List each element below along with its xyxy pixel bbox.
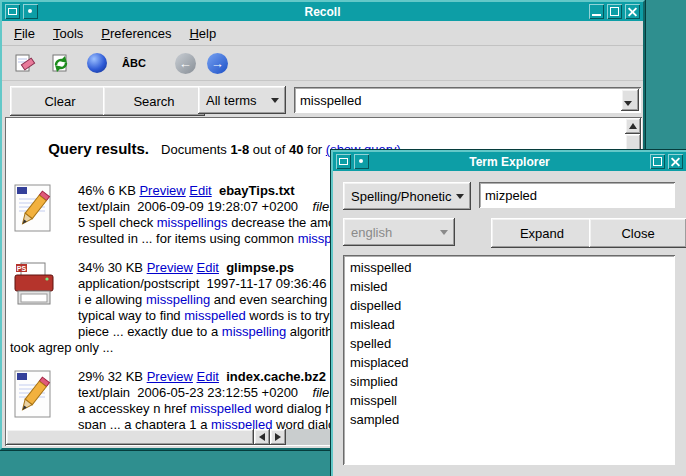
window-menu-icon[interactable]: [336, 154, 351, 169]
highlight-term: misspellings: [157, 215, 228, 230]
expand-button[interactable]: Expand: [491, 218, 593, 248]
term-item[interactable]: misspelled: [343, 258, 675, 277]
result-text: typical way to find: [78, 308, 184, 323]
query-combo-drop-button[interactable]: [621, 89, 639, 111]
clear-search-icon[interactable]: [12, 51, 37, 76]
result-link[interactable]: Edit: [197, 260, 219, 275]
term-explorer-titlebar[interactable]: Term Explorer: [333, 152, 686, 171]
clear-button[interactable]: Clear: [10, 86, 110, 116]
query-combo: [294, 87, 641, 113]
result-link[interactable]: Preview: [139, 183, 185, 198]
results-docs-label: Documents: [161, 142, 230, 157]
svg-text:PS: PS: [17, 265, 27, 272]
start-search-icon[interactable]: [48, 51, 73, 76]
term-input[interactable]: [479, 182, 675, 208]
result-text: span ... a chaptera 1 a: [78, 417, 211, 429]
result-text: text/plain 2006-05-23 23:12:55 +0200: [78, 385, 313, 400]
highlight-term: misspelled: [211, 417, 272, 429]
menu-bar: FileToolsPreferencesHelp: [2, 21, 643, 46]
scroll-up-icon[interactable]: [625, 118, 641, 134]
minimize-icon[interactable]: [589, 4, 604, 19]
result-link[interactable]: Preview: [147, 260, 193, 275]
search-mode-value: All terms: [206, 93, 257, 108]
history-sphere-icon: [87, 53, 107, 73]
menu-help[interactable]: Help: [180, 24, 225, 43]
result-link[interactable]: Edit: [189, 183, 211, 198]
term-item[interactable]: misplaced: [343, 353, 675, 372]
maximize-icon[interactable]: [650, 154, 665, 169]
search-button[interactable]: Search: [103, 86, 205, 116]
sticky-pin-icon[interactable]: [23, 4, 38, 19]
result-text: [212, 183, 219, 198]
term-explorer-title: Term Explorer: [333, 155, 686, 169]
result-text: resulted in ... for items using common: [78, 231, 298, 246]
result-text: 5 spell check: [78, 215, 157, 230]
results-for-label: for: [303, 142, 325, 157]
chevron-down-icon: [440, 230, 448, 235]
sticky-pin-icon[interactable]: [354, 154, 369, 169]
chevron-down-icon: [456, 194, 464, 199]
term-item[interactable]: mislead: [343, 315, 675, 334]
expand-mode-value: Spelling/Phonetic: [351, 189, 451, 204]
result-text: text/plain 2006-09-09 19:28:07 +0200: [78, 199, 313, 214]
highlight-term: misspelling: [146, 292, 210, 307]
maximize-icon[interactable]: [607, 4, 622, 19]
term-item[interactable]: sampled: [343, 410, 675, 429]
result-link[interactable]: Preview: [147, 369, 193, 384]
result-filename: index.cache.bz2: [226, 369, 326, 384]
highlight-term: misspelling: [222, 324, 286, 339]
term-item[interactable]: dispelled: [343, 296, 675, 315]
result-text: a accesskey n href: [78, 401, 190, 416]
query-input[interactable]: [294, 93, 641, 108]
term-item[interactable]: spelled: [343, 334, 675, 353]
close-icon[interactable]: [625, 4, 640, 19]
prev-page-icon[interactable]: ←: [175, 53, 196, 74]
window-menu-icon[interactable]: [5, 4, 20, 19]
result-text: i e allowing: [78, 292, 146, 307]
main-titlebar-right-buttons: [589, 4, 640, 19]
highlight-term: misspelled: [184, 308, 245, 323]
search-mode-combo[interactable]: All terms: [198, 86, 286, 114]
main-titlebar-left-buttons: [5, 4, 38, 19]
result-filename: ebayTips.txt: [219, 183, 295, 198]
doc-history-icon[interactable]: [84, 51, 109, 76]
chevron-down-icon: [624, 101, 632, 106]
result-link[interactable]: Edit: [197, 369, 219, 384]
close-button[interactable]: Close: [589, 218, 686, 248]
highlight-term: misspelled: [190, 401, 251, 416]
term-list[interactable]: misspelledmisleddispelledmisleadspelledm…: [343, 255, 675, 465]
te-titlebar-right-buttons: [650, 154, 683, 169]
desktop: Recoll FileToolsPreferencesHelp: [0, 0, 686, 476]
result-filename: glimpse.ps: [226, 260, 294, 275]
results-range: 1-8: [230, 142, 249, 157]
search-controls: Clear Search All terms: [2, 81, 643, 119]
expand-mode-combo[interactable]: Spelling/Phonetic: [343, 182, 471, 210]
toolbar: ÂBC ← →: [2, 46, 643, 81]
query-results-title: Query results.: [48, 140, 149, 157]
scroll-left-icon[interactable]: [254, 429, 270, 445]
menu-file[interactable]: File: [5, 24, 44, 43]
term-item[interactable]: simplied: [343, 372, 675, 391]
scroll-right-icon[interactable]: [270, 429, 286, 445]
text-doc-icon: [12, 184, 56, 234]
result-text: 46% 6 KB: [78, 183, 139, 198]
te-titlebar-left-buttons: [336, 154, 369, 169]
postscript-doc-icon: PS: [12, 261, 56, 311]
term-item[interactable]: misspell: [343, 391, 675, 410]
result-text: piece ... exactly due to a: [78, 324, 222, 339]
chevron-down-icon: [271, 98, 279, 103]
menu-preferences[interactable]: Preferences: [92, 24, 180, 43]
window-title: Recoll: [2, 5, 643, 19]
menu-tools[interactable]: Tools: [44, 24, 92, 43]
term-explorer-client: Spelling/Phonetic english Expand Close m…: [333, 171, 686, 476]
language-value: english: [351, 225, 392, 240]
term-item[interactable]: misled: [343, 277, 675, 296]
close-icon[interactable]: [668, 154, 683, 169]
text-doc-icon: [12, 370, 56, 420]
result-text: 29% 32 KB: [78, 369, 147, 384]
next-page-icon[interactable]: →: [207, 53, 228, 74]
language-combo[interactable]: english: [343, 218, 455, 246]
hscroll-thumb[interactable]: [6, 429, 254, 445]
main-titlebar[interactable]: Recoll: [2, 2, 643, 21]
term-explorer-icon[interactable]: ÂBC: [120, 51, 148, 76]
